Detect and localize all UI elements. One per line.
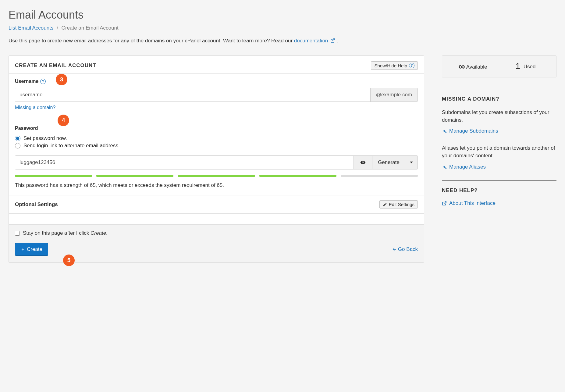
external-link-icon [442,201,447,206]
intro-pre: Use this page to create new email addres… [9,38,294,44]
go-back-label: Go Back [398,246,418,252]
password-visibility-toggle[interactable] [354,156,372,169]
strength-seg [96,175,173,177]
strength-seg [341,175,418,177]
annotation-badge-5: 5 [63,255,75,266]
password-send-label: Send login link to alternate email addre… [23,143,120,149]
breadcrumb-separator: / [57,25,58,31]
password-section: 4 Password Set password now. Send login … [9,117,424,195]
used-number: 1 [516,61,521,71]
create-button-label: Create [27,246,42,252]
show-hide-help-label: Show/Hide Help [374,63,407,68]
manage-subdomains-link[interactable]: Manage Subdomains [442,128,498,134]
pencil-icon [383,202,387,207]
password-strength-text: This password has a strength of 65, whic… [15,182,418,188]
arrow-left-icon [392,247,397,252]
password-strength-bar [15,175,418,177]
infinity-icon: ∞ [459,61,465,71]
side-divider [442,180,556,181]
available-label: Available [466,64,487,70]
card-title: CREATE AN EMAIL ACCOUNT [15,62,96,69]
manage-subdomains-label: Manage Subdomains [449,128,498,134]
username-label: Username ? [15,79,46,84]
username-help-icon[interactable]: ? [40,79,46,84]
breadcrumb-list-link[interactable]: List Email Accounts [9,25,53,31]
stay-on-page-checkbox[interactable] [15,231,20,236]
create-button[interactable]: Create [15,243,48,256]
password-send-radio-row[interactable]: Send login link to alternate email addre… [15,143,418,149]
intro-text: Use this page to create new email addres… [9,38,556,45]
password-input[interactable] [15,156,354,169]
go-back-link[interactable]: Go Back [392,246,418,252]
password-now-radio-row[interactable]: Set password now. [15,135,418,141]
generate-password-button[interactable]: Generate [372,156,405,169]
side-divider [442,89,556,89]
about-interface-label: About This Interface [449,200,496,206]
quota-card: ∞ Available 1 Used [442,55,556,77]
password-now-radio[interactable] [15,136,20,141]
subdomain-text: Subdomains let you create subsections of… [442,109,556,124]
strength-seg [259,175,336,177]
wrench-icon [442,165,447,169]
stay-on-page-label: Stay on this page after I click Create. [23,230,108,236]
help-icon: ? [409,63,414,68]
strength-seg [15,175,92,177]
available-stat: ∞ Available [446,61,499,72]
breadcrumb: List Email Accounts / Create an Email Ac… [9,25,556,31]
annotation-badge-3: 3 [56,74,67,85]
username-input-group: @example.com [15,88,418,102]
manage-aliases-label: Manage Aliases [449,164,486,170]
create-account-card: CREATE AN EMAIL ACCOUNT Show/Hide Help ?… [9,55,424,263]
wrench-icon [442,129,447,134]
generate-dropdown-button[interactable] [405,156,418,169]
missing-domain-link[interactable]: Missing a domain? [15,105,55,110]
password-send-radio[interactable] [15,143,20,148]
need-help-title: NEED HELP? [442,187,556,194]
card-footer: Stay on this page after I click Create. … [9,224,424,262]
edit-settings-button[interactable]: Edit Settings [379,200,418,208]
password-input-group: Generate [15,155,418,169]
missing-domain-title: MISSING A DOMAIN? [442,96,556,102]
documentation-link[interactable]: documentation [294,38,337,44]
page-title: Email Accounts [9,9,556,21]
manage-aliases-link[interactable]: Manage Aliases [442,164,486,170]
intro-post: . [337,38,338,44]
username-domain-addon: @example.com [370,88,418,102]
username-section: 3 Username ? @example.com Missing a doma… [9,74,424,117]
strength-seg [178,175,255,177]
annotation-badge-4: 4 [58,115,69,126]
optional-settings-label: Optional Settings [15,201,58,208]
breadcrumb-current: Create an Email Account [62,25,119,31]
eye-icon [359,159,367,166]
username-input[interactable] [15,88,370,102]
plus-icon [21,247,25,251]
alias-text: Aliases let you point a domain towards a… [442,144,556,159]
documentation-link-text: documentation [294,38,328,44]
external-link-icon [330,38,335,45]
optional-settings-row: Optional Settings Edit Settings [9,195,424,213]
used-label: Used [524,64,536,69]
stay-on-page-row[interactable]: Stay on this page after I click Create. [15,230,418,236]
show-hide-help-button[interactable]: Show/Hide Help ? [371,61,418,70]
about-interface-link[interactable]: About This Interface [442,200,496,206]
password-label: Password [15,126,38,131]
used-stat: 1 Used [499,61,552,72]
password-now-label: Set password now. [23,135,67,141]
caret-down-icon [410,161,413,164]
